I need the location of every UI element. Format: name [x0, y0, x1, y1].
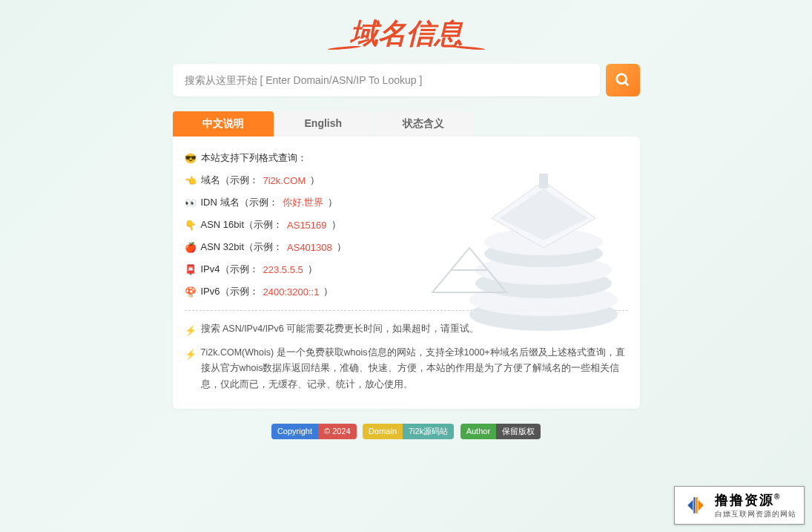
svg-rect-11 — [693, 497, 695, 513]
format-label: ASN 32bit（示例： — [201, 240, 283, 254]
divider — [185, 310, 628, 311]
format-emoji-icon: 🍎 — [185, 242, 197, 253]
format-label: IDN 域名（示例： — [201, 196, 278, 209]
format-line: 🍄 IPv6（示例： 2400:3200::1 ） — [185, 280, 628, 303]
note-text: 搜索 ASN/IPv4/IPv6 可能需要花费更长时间，如果超时，请重试。 — [201, 321, 480, 337]
badge-copyright[interactable]: Copyright © 2024 — [271, 424, 357, 439]
format-label: IPv4（示例： — [201, 263, 259, 276]
search-row — [173, 64, 640, 96]
registered-mark: ® — [774, 493, 781, 501]
search-icon — [615, 72, 631, 88]
example-link[interactable]: AS15169 — [287, 220, 327, 231]
badge-author[interactable]: Author 保留版权 — [461, 424, 541, 439]
format-line: 👀 IDN 域名（示例： 你好.世界 ） — [185, 191, 628, 214]
tabs: 中文说明 English 状态含义 — [173, 111, 640, 137]
note-line: ⚡ 7i2k.COM(Whois) 是一个免费获取whois信息的网站，支持全球… — [185, 342, 628, 395]
corner-main-text: 撸撸资源® — [715, 491, 796, 509]
format-close: ） — [328, 196, 337, 209]
format-line: 🍎 ASN 32bit（示例： AS401308 ） — [185, 236, 628, 258]
format-label: 域名（示例： — [201, 174, 259, 187]
format-emoji-icon: 👈 — [185, 175, 197, 186]
format-close: ） — [308, 263, 317, 276]
example-link[interactable]: 你好.世界 — [283, 196, 324, 209]
corner-text: 撸撸资源® 白嫖互联网资源的网站 — [715, 491, 796, 519]
format-emoji-icon: 👀 — [185, 197, 197, 208]
format-label: IPv6（示例： — [201, 285, 259, 298]
svg-line-1 — [624, 82, 628, 86]
example-link[interactable]: 223.5.5.5 — [263, 264, 303, 275]
format-emoji-icon: 📮 — [185, 264, 197, 275]
intro-text: 本站支持下列格式查询： — [201, 151, 307, 165]
badge-value: 7i2k源码站 — [403, 424, 454, 439]
sunglasses-icon: 😎 — [185, 153, 197, 164]
format-line: 👇 ASN 16bit（示例： AS15169 ） — [185, 214, 628, 236]
format-line: 👈 域名（示例： 7i2k.COM ） — [185, 169, 628, 191]
info-panel: 😎 本站支持下列格式查询： 👈 域名（示例： 7i2k.COM ） 👀 IDN … — [173, 137, 640, 409]
zap-icon: ⚡ — [185, 347, 197, 363]
example-link[interactable]: 7i2k.COM — [263, 175, 306, 186]
tab-english[interactable]: English — [275, 111, 372, 137]
corner-logo-icon — [682, 492, 709, 519]
badge-label: Domain — [363, 424, 403, 439]
logo: 域名信息 — [173, 15, 640, 53]
format-close: ） — [323, 285, 333, 298]
format-emoji-icon: 🍄 — [185, 286, 197, 298]
format-label: ASN 16bit（示例： — [201, 218, 283, 231]
format-close: ） — [331, 218, 341, 231]
corner-watermark[interactable]: 撸撸资源® 白嫖互联网资源的网站 — [674, 486, 805, 525]
zap-icon: ⚡ — [185, 323, 197, 339]
badge-label: Author — [461, 424, 496, 439]
search-input[interactable] — [173, 64, 600, 96]
corner-sub-text: 白嫖互联网资源的网站 — [715, 509, 796, 519]
footer: Copyright © 2024 Domain 7i2k源码站 Author 保… — [173, 424, 640, 439]
tab-chinese[interactable]: 中文说明 — [173, 111, 274, 137]
intro-line: 😎 本站支持下列格式查询： — [185, 147, 628, 169]
note-text: 7i2k.COM(Whois) 是一个免费获取whois信息的网站，支持全球10… — [201, 345, 628, 393]
svg-point-0 — [616, 74, 626, 84]
search-button[interactable] — [606, 64, 640, 96]
badge-domain[interactable]: Domain 7i2k源码站 — [363, 424, 454, 439]
example-link[interactable]: AS401308 — [287, 242, 332, 253]
badge-value: 保留版权 — [496, 424, 541, 439]
badge-label: Copyright — [271, 424, 318, 439]
format-close: ） — [337, 240, 346, 254]
logo-text: 域名信息 — [350, 15, 463, 53]
format-emoji-icon: 👇 — [185, 220, 197, 231]
format-close: ） — [310, 174, 320, 187]
badge-value: © 2024 — [318, 424, 357, 439]
example-link[interactable]: 2400:3200::1 — [263, 286, 320, 298]
format-line: 📮 IPv4（示例： 223.5.5.5 ） — [185, 258, 628, 280]
svg-rect-12 — [696, 497, 697, 513]
tab-status[interactable]: 状态含义 — [373, 111, 474, 137]
note-line: ⚡ 搜索 ASN/IPv4/IPv6 可能需要花费更长时间，如果超时，请重试。 — [185, 318, 628, 342]
